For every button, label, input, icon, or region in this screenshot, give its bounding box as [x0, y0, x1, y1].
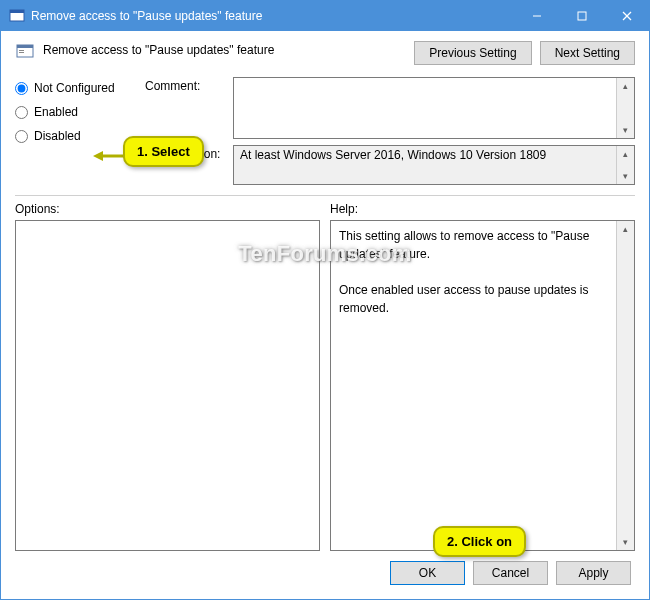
options-column: Options: [15, 202, 320, 551]
nav-buttons: Previous Setting Next Setting [414, 41, 635, 65]
comment-scrollbar[interactable]: ▴ ▾ [616, 78, 634, 138]
svg-rect-1 [10, 10, 24, 13]
help-scrollbar[interactable]: ▴ ▾ [616, 221, 634, 550]
radio-enabled-label: Enabled [34, 105, 78, 119]
separator [15, 195, 635, 196]
comment-box[interactable]: ▴ ▾ [233, 77, 635, 139]
comment-row: Comment: ▴ ▾ [145, 77, 635, 139]
callout-select: 1. Select [123, 136, 204, 167]
policy-icon [15, 41, 35, 61]
svg-rect-7 [17, 45, 33, 48]
svg-marker-11 [93, 151, 103, 161]
callout-click: 2. Click on [433, 526, 526, 557]
radio-enabled[interactable]: Enabled [15, 105, 145, 119]
radio-not-configured-label: Not Configured [34, 81, 115, 95]
radio-disabled-label: Disabled [34, 129, 81, 143]
config-area: Not Configured Enabled Disabled Comment: [15, 77, 635, 185]
policy-editor-window: Remove access to "Pause updates" feature… [0, 0, 650, 600]
scroll-up-icon[interactable]: ▴ [617, 78, 634, 94]
app-icon [9, 8, 25, 24]
supported-row: Supported on: At least Windows Server 20… [145, 145, 635, 185]
dialog-buttons: OK Cancel Apply [15, 551, 635, 591]
radio-disabled-input[interactable] [15, 130, 28, 143]
comment-label: Comment: [145, 77, 225, 93]
svg-rect-8 [19, 50, 24, 51]
comment-input[interactable] [234, 78, 616, 138]
window-title: Remove access to "Pause updates" feature [31, 9, 514, 23]
callout-arrow-icon [93, 149, 127, 163]
apply-button[interactable]: Apply [556, 561, 631, 585]
options-value [16, 221, 319, 550]
maximize-button[interactable] [559, 1, 604, 31]
options-box [15, 220, 320, 551]
supported-value: At least Windows Server 2016, Windows 10… [234, 146, 616, 184]
minimize-button[interactable] [514, 1, 559, 31]
radio-not-configured-input[interactable] [15, 82, 28, 95]
titlebar: Remove access to "Pause updates" feature [1, 1, 649, 31]
scroll-down-icon[interactable]: ▾ [617, 122, 634, 138]
help-value: This setting allows to remove access to … [331, 221, 616, 550]
state-radios: Not Configured Enabled Disabled [15, 77, 145, 185]
svg-rect-9 [19, 52, 24, 53]
next-setting-button[interactable]: Next Setting [540, 41, 635, 65]
help-column: Help: This setting allows to remove acce… [330, 202, 635, 551]
radio-enabled-input[interactable] [15, 106, 28, 119]
scroll-up-icon[interactable]: ▴ [617, 146, 634, 162]
help-box: This setting allows to remove access to … [330, 220, 635, 551]
radio-not-configured[interactable]: Not Configured [15, 81, 145, 95]
options-label: Options: [15, 202, 320, 216]
fields-column: Comment: ▴ ▾ Supported on: At least Wind… [145, 77, 635, 185]
content-area: Remove access to "Pause updates" feature… [1, 31, 649, 599]
window-controls [514, 1, 649, 31]
header-row: Remove access to "Pause updates" feature… [15, 41, 635, 65]
scroll-up-icon[interactable]: ▴ [617, 221, 634, 237]
scroll-down-icon[interactable]: ▾ [617, 534, 634, 550]
cancel-button[interactable]: Cancel [473, 561, 548, 585]
scroll-down-icon[interactable]: ▾ [617, 168, 634, 184]
supported-scrollbar[interactable]: ▴ ▾ [616, 146, 634, 184]
help-label: Help: [330, 202, 635, 216]
previous-setting-button[interactable]: Previous Setting [414, 41, 531, 65]
supported-box: At least Windows Server 2016, Windows 10… [233, 145, 635, 185]
svg-rect-3 [578, 12, 586, 20]
policy-title: Remove access to "Pause updates" feature [43, 41, 414, 57]
ok-button[interactable]: OK [390, 561, 465, 585]
lower-panels: Options: Help: This setting allows to re… [15, 202, 635, 551]
close-button[interactable] [604, 1, 649, 31]
